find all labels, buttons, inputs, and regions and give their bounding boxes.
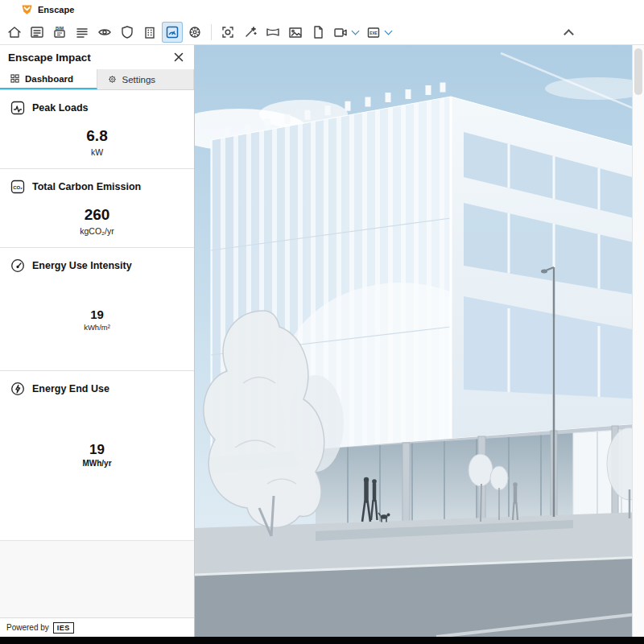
eui-unit: kWh/m²: [37, 323, 158, 332]
svg-text:CO₂: CO₂: [13, 185, 23, 190]
video-icon: [332, 24, 349, 40]
tab-dashboard[interactable]: Dashboard: [0, 69, 97, 89]
peak-loads-section: Peak Loads 6.8 kW: [0, 90, 194, 168]
dashboard-icon: [10, 73, 20, 84]
scrollbar-thumb[interactable]: [634, 48, 642, 95]
wheel-button[interactable]: [184, 22, 205, 43]
end-use-donut-chart: 19 MWh/yr: [41, 403, 154, 516]
standalone-export-dropdown-chevron-icon[interactable]: [385, 27, 393, 35]
svg-text:EXE: EXE: [369, 31, 378, 35]
visual-settings-button[interactable]: [94, 22, 115, 43]
carbon-emission-section: CO₂ Total Carbon Emission 260 kgCO₂/yr: [0, 169, 194, 247]
energy-end-use-section: Energy End Use 19 MWh/yr: [0, 371, 194, 540]
energy-bolt-icon: [10, 381, 26, 397]
close-panel-button[interactable]: [171, 50, 186, 64]
peak-loads-icon: [10, 100, 26, 116]
buildings-button[interactable]: [139, 22, 160, 43]
capture-button[interactable]: [217, 22, 238, 43]
shield-icon: [119, 24, 135, 40]
svg-text:BIM: BIM: [56, 25, 64, 30]
carbon-emission-unit: kgCO₂/yr: [0, 226, 194, 236]
tab-settings[interactable]: Settings: [97, 69, 195, 89]
magic-wand-button[interactable]: [240, 22, 261, 43]
wheel-icon: [187, 24, 203, 40]
co2-icon: CO₂: [10, 179, 26, 195]
panel-footer: Powered by IES: [0, 617, 194, 637]
impact-gauge-icon: [164, 24, 180, 40]
documents-icon: [29, 24, 45, 40]
peak-loads-label: Peak Loads: [32, 102, 88, 114]
enscape-impact-panel: Enscape Impact Dashboard: [0, 45, 195, 637]
collapse-toolbar-chevron-icon[interactable]: [564, 29, 574, 39]
dashboard-sections: Peak Loads 6.8 kW CO₂ Total Carbon Emiss…: [0, 90, 194, 617]
protection-button[interactable]: [117, 22, 138, 43]
carbon-emission-value: 260: [0, 206, 194, 224]
panel-header: Enscape Impact: [0, 45, 194, 69]
file-icon: [310, 24, 326, 40]
close-icon: [174, 52, 184, 62]
bim-icon: BIM: [52, 24, 68, 40]
ies-logo: IES: [53, 622, 74, 634]
app-window: Enscape BIM: [0, 0, 644, 644]
file-button[interactable]: [308, 22, 328, 43]
toolbar-separator: [211, 24, 212, 40]
energy-end-use-label: Energy End Use: [32, 383, 109, 394]
vertical-scrollbar[interactable]: [632, 45, 644, 637]
video-export-button[interactable]: [330, 22, 351, 43]
main-toolbar: BIM: [0, 19, 644, 45]
tab-settings-label: Settings: [122, 75, 156, 85]
carbon-emission-label: Total Carbon Emission: [32, 181, 141, 192]
exe-icon: EXE: [365, 24, 382, 40]
video-export-dropdown-chevron-icon[interactable]: [352, 27, 360, 35]
end-use-unit: MWh/yr: [41, 459, 154, 468]
home-icon: [6, 24, 23, 40]
eui-gauge-chart: 19 kWh/m²: [37, 279, 158, 359]
enscape-impact-button[interactable]: [162, 22, 183, 43]
enscape-logo-icon: [21, 3, 33, 16]
peak-loads-unit: kW: [0, 147, 194, 157]
building-icon: [142, 24, 158, 40]
panorama-icon: [265, 24, 281, 40]
bim-button[interactable]: BIM: [49, 22, 70, 43]
standalone-export-button[interactable]: EXE: [363, 22, 384, 43]
status-bar: [0, 637, 644, 644]
render-viewport[interactable]: [195, 45, 644, 637]
eui-value: 19: [37, 308, 158, 321]
eye-icon: [97, 24, 113, 40]
peak-loads-value: 6.8: [0, 127, 194, 145]
energy-use-intensity-section: Energy Use Intensity 19 kWh/m²: [0, 248, 194, 370]
eui-meter-icon: [10, 258, 26, 274]
list-icon: [74, 24, 90, 40]
panel-tabs: Dashboard Settings: [0, 69, 194, 90]
tab-dashboard-label: Dashboard: [25, 74, 73, 84]
screenshot-button[interactable]: [285, 22, 306, 43]
end-use-legend: [0, 516, 194, 529]
panel-spacer: [0, 540, 194, 617]
render-scene: [195, 45, 644, 637]
panel-title: Enscape Impact: [8, 52, 91, 64]
wand-icon: [242, 24, 258, 40]
viewfinder-icon: [220, 24, 236, 40]
home-button[interactable]: [4, 22, 25, 43]
image-icon: [287, 24, 303, 40]
title-bar: Enscape: [0, 0, 644, 19]
app-title: Enscape: [38, 5, 74, 14]
powered-by-label: Powered by: [6, 623, 49, 632]
notes-button[interactable]: [72, 22, 93, 43]
documents-button[interactable]: [27, 22, 47, 43]
energy-use-intensity-label: Energy Use Intensity: [32, 260, 132, 271]
end-use-value: 19: [41, 442, 154, 458]
gear-icon: [107, 74, 118, 85]
panorama-button[interactable]: [262, 22, 283, 43]
